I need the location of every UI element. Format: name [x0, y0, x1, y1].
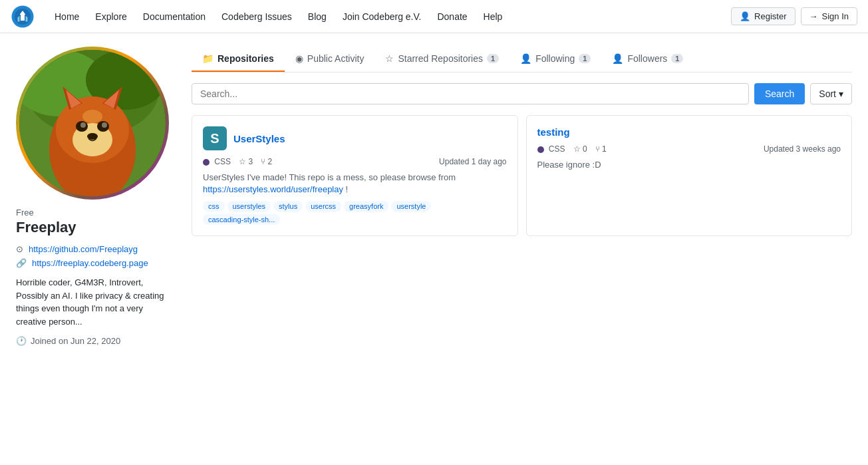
search-bar: Search Sort ▾: [192, 83, 852, 104]
repo-tab-icon: 📁: [202, 53, 214, 64]
sidebar: Free Freeplay ⊙ https://github.com/Freep…: [16, 47, 176, 452]
tab-followers-label: Followers: [627, 53, 667, 64]
search-button[interactable]: Search: [754, 83, 805, 104]
signin-label: Sign In: [822, 11, 849, 21]
topnav: Home Explore Documentation Codeberg Issu…: [0, 0, 868, 33]
nav-join[interactable]: Join Codeberg e.V.: [336, 7, 428, 26]
avatar-container: [16, 47, 169, 200]
github-link[interactable]: https://github.com/Freeplayg: [29, 244, 138, 254]
followers-tab-icon: 👤: [612, 53, 623, 64]
user-joined: 🕐 Joined on Jun 22, 2020: [16, 336, 176, 346]
tab-starred[interactable]: ☆ Starred Repositories 1: [374, 47, 509, 72]
repo-desc: Please ignore :D: [537, 159, 841, 171]
lang-indicator: CSS: [537, 144, 565, 154]
tag-greasyfork[interactable]: greasyfork: [344, 201, 388, 212]
fork-count: ⑂ 1: [595, 144, 607, 154]
tag-css[interactable]: css: [203, 201, 225, 212]
signin-button[interactable]: → Sign In: [801, 7, 857, 25]
nav-home[interactable]: Home: [48, 7, 86, 26]
svg-point-15: [102, 122, 107, 128]
star-tab-icon: ☆: [385, 53, 394, 64]
username: Freeplay: [16, 219, 176, 236]
tag-stylus[interactable]: stylus: [273, 201, 303, 212]
followers-badge: 1: [671, 54, 683, 63]
sort-label: Sort: [819, 88, 836, 99]
starred-badge: 1: [487, 54, 499, 63]
user-tier: Free: [16, 208, 176, 218]
tab-repositories[interactable]: 📁 Repositories: [192, 47, 285, 72]
lang-dot: [203, 159, 210, 166]
forks-value: 1: [602, 144, 607, 154]
star-count: ☆ 3: [239, 157, 253, 166]
star-icon: ☆: [239, 157, 246, 166]
nav-explore[interactable]: Explore: [88, 7, 133, 26]
sort-button[interactable]: Sort ▾: [810, 83, 852, 104]
following-tab-icon: 👤: [520, 53, 531, 64]
main-content: 📁 Repositories ◉ Public Activity ☆ Starr…: [192, 47, 852, 452]
github-link-item: ⊙ https://github.com/Freeplayg: [16, 244, 176, 254]
nav-documentation[interactable]: Documentation: [136, 7, 212, 26]
tab-following[interactable]: 👤 Following 1: [509, 47, 601, 72]
nav-codeberg-issues[interactable]: Codeberg Issues: [215, 7, 299, 26]
topnav-links: Home Explore Documentation Codeberg Issu…: [48, 7, 731, 26]
repo-desc: UserStyles I've made! This repo is a mes…: [203, 172, 507, 196]
following-badge: 1: [579, 54, 591, 63]
repo-meta: CSS ☆ 3 ⑂ 2 Updated 1 day ago: [203, 157, 507, 166]
tab-public-activity[interactable]: ◉ Public Activity: [285, 47, 375, 72]
repo-header: testing: [537, 126, 841, 138]
desc-text: UserStyles I've made! This repo is a mes…: [203, 172, 456, 182]
tab-repositories-label: Repositories: [217, 53, 274, 64]
svg-point-14: [80, 122, 86, 128]
repo-name-link[interactable]: UserStyles: [233, 133, 285, 144]
avatar: [19, 50, 166, 196]
desc-text: Please ignore :D: [537, 160, 601, 170]
joined-date: Joined on Jun 22, 2020: [31, 336, 120, 346]
repo-tags: css userstyles stylus usercss greasyfork…: [203, 201, 507, 225]
website-link[interactable]: https://freeplay.codeberg.page: [32, 258, 148, 268]
person-icon: 👤: [740, 11, 750, 21]
repo-updated: Updated 3 weeks ago: [764, 144, 841, 154]
nav-blog[interactable]: Blog: [301, 7, 333, 26]
tabs: 📁 Repositories ◉ Public Activity ☆ Starr…: [192, 47, 852, 73]
repo-lang: CSS: [549, 144, 565, 154]
repo-lang: CSS: [214, 157, 231, 166]
logo[interactable]: [11, 5, 35, 29]
repo-meta: CSS ☆ 0 ⑂ 1 Updated 3 weeks ago: [537, 144, 841, 154]
desc-suffix: !: [346, 184, 349, 194]
star-icon: ☆: [573, 144, 581, 154]
nav-help[interactable]: Help: [477, 7, 509, 26]
repo-header: S UserStyles: [203, 126, 507, 150]
stars-value: 3: [248, 157, 253, 166]
tab-starred-label: Starred Repositories: [398, 53, 483, 64]
user-bio: Horrible coder, G4M3R, Introvert, Possib…: [16, 276, 176, 328]
page-layout: Free Freeplay ⊙ https://github.com/Freep…: [0, 33, 868, 465]
repo-name-link[interactable]: testing: [537, 126, 570, 138]
tab-public-activity-label: Public Activity: [307, 53, 364, 64]
github-icon: ⊙: [16, 244, 23, 254]
signin-icon: →: [809, 11, 818, 21]
user-meta: ⊙ https://github.com/Freeplayg 🔗 https:/…: [16, 244, 176, 268]
register-button[interactable]: 👤 Register: [731, 7, 795, 25]
tag-userstyles[interactable]: userstyles: [227, 201, 271, 212]
register-label: Register: [754, 11, 786, 21]
fork-count: ⑂ 2: [261, 157, 272, 166]
fork-icon: ⑂: [595, 144, 600, 154]
search-input[interactable]: [192, 83, 749, 104]
fork-icon: ⑂: [261, 157, 265, 166]
tag-usercss[interactable]: usercss: [305, 201, 341, 212]
nav-donate[interactable]: Donate: [430, 7, 474, 26]
tab-followers[interactable]: 👤 Followers 1: [601, 47, 694, 72]
chevron-down-icon: ▾: [839, 88, 843, 99]
tab-following-label: Following: [535, 53, 575, 64]
desc-link[interactable]: https://userstyles.world/user/freeplay: [203, 184, 343, 194]
repo-avatar: S: [203, 126, 227, 150]
star-count: ☆ 0: [573, 144, 587, 154]
repo-card-userstyles: S UserStyles CSS ☆ 3 ⑂ 2: [192, 115, 518, 236]
svg-point-17: [82, 110, 102, 123]
lang-dot: [537, 146, 544, 153]
topnav-right: 👤 Register → Sign In: [731, 7, 857, 25]
tag-cascading[interactable]: cascading-style-sh...: [203, 214, 280, 225]
lang-indicator: CSS: [203, 157, 231, 166]
link-icon: 🔗: [16, 258, 27, 268]
tag-userstyle[interactable]: userstyle: [391, 201, 431, 212]
